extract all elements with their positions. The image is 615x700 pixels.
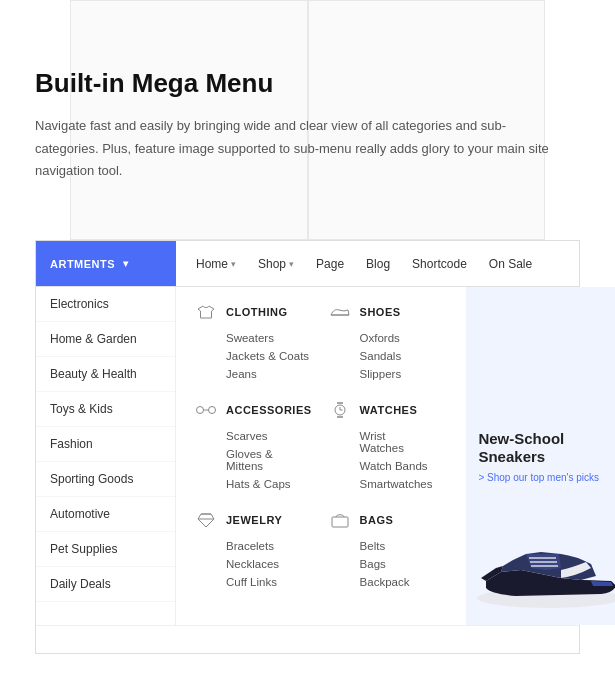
nav-item-onsale[interactable]: On Sale — [479, 241, 542, 286]
category-jewelry-header: JEWELRY — [194, 511, 312, 529]
sidebar-item-daily-deals[interactable]: Daily Deals — [36, 567, 175, 602]
nav-shop-arrow: ▾ — [289, 259, 294, 269]
mega-menu-section: ARTMENTS ▾ Home ▾ Shop ▾ Page Blog — [35, 240, 580, 654]
sidebar-item-automotive[interactable]: Automotive — [36, 497, 175, 532]
nav-bar: ARTMENTS ▾ Home ▾ Shop ▾ Page Blog — [36, 241, 579, 287]
category-shoes: SHOES Oxfords Sandals Slippers — [328, 303, 433, 383]
promo-text: New-School Sneakers > Shop our top men's… — [478, 430, 604, 483]
nav-item-home[interactable]: Home ▾ — [186, 241, 246, 286]
nav-home-label: Home — [196, 257, 228, 271]
item-bracelets[interactable]: Bracelets — [226, 537, 312, 555]
nav-item-blog[interactable]: Blog — [356, 241, 400, 286]
item-sandals[interactable]: Sandals — [360, 347, 433, 365]
nav-page-label: Page — [316, 257, 344, 271]
item-sweaters[interactable]: Sweaters — [226, 329, 312, 347]
sidebar-item-electronics[interactable]: Electronics — [36, 287, 175, 322]
departments-label: ARTMENTS — [50, 258, 115, 270]
item-belts[interactable]: Belts — [360, 537, 433, 555]
item-cufflinks[interactable]: Cuff Links — [226, 573, 312, 591]
jewelry-items: Bracelets Necklaces Cuff Links — [194, 537, 312, 591]
item-hats[interactable]: Hats & Caps — [226, 475, 312, 493]
menu-col-1: CLOTHING Sweaters Jackets & Coats Jeans — [194, 303, 328, 609]
accessories-items: Scarves Gloves & Mittens Hats & Caps — [194, 427, 312, 493]
sidebar-item-pet-supplies[interactable]: Pet Supplies — [36, 532, 175, 567]
nav-shop-label: Shop — [258, 257, 286, 271]
shoes-title: SHOES — [360, 306, 401, 318]
item-necklaces[interactable]: Necklaces — [226, 555, 312, 573]
item-jackets[interactable]: Jackets & Coats — [226, 347, 312, 365]
sidebar-item-toys-kids[interactable]: Toys & Kids — [36, 392, 175, 427]
bags-icon — [328, 511, 352, 529]
svg-point-1 — [209, 407, 216, 414]
category-clothing-header: CLOTHING — [194, 303, 312, 321]
nav-items: Home ▾ Shop ▾ Page Blog Shortcode On Sal — [176, 241, 552, 286]
mega-dropdown: Electronics Home & Garden Beauty & Healt… — [36, 287, 579, 625]
accessories-icon — [194, 401, 218, 419]
category-bags: BAGS Belts Bags Backpack — [328, 511, 433, 591]
menu-bottom-bar — [36, 625, 579, 653]
category-shoes-header: SHOES — [328, 303, 433, 321]
category-accessories-header: ACCESSORIES — [194, 401, 312, 419]
category-watches: WATCHES Wrist Watches Watch Bands Smartw… — [328, 401, 433, 493]
clothing-items: Sweaters Jackets & Coats Jeans — [194, 329, 312, 383]
promo-link[interactable]: > Shop our top men's picks — [478, 472, 604, 483]
svg-rect-10 — [332, 517, 348, 527]
sidebar-item-fashion[interactable]: Fashion — [36, 427, 175, 462]
nav-home-arrow: ▾ — [231, 259, 236, 269]
category-accessories: ACCESSORIES Scarves Gloves & Mittens Hat… — [194, 401, 312, 493]
item-backpack[interactable]: Backpack — [360, 573, 433, 591]
nav-departments[interactable]: ARTMENTS ▾ — [36, 241, 176, 286]
category-bags-header: BAGS — [328, 511, 433, 529]
shoes-items: Oxfords Sandals Slippers — [328, 329, 433, 383]
sidebar-item-home-garden[interactable]: Home & Garden — [36, 322, 175, 357]
category-watches-header: WATCHES — [328, 401, 433, 419]
sidebar-item-beauty-health[interactable]: Beauty & Health — [36, 357, 175, 392]
watches-icon — [328, 401, 352, 419]
item-oxfords[interactable]: Oxfords — [360, 329, 433, 347]
item-slippers[interactable]: Slippers — [360, 365, 433, 383]
jewelry-icon — [194, 511, 218, 529]
page-title: Built-in Mega Menu — [35, 68, 580, 99]
clothing-icon — [194, 303, 218, 321]
chevron-down-icon: ▾ — [123, 258, 129, 269]
bags-items: Belts Bags Backpack — [328, 537, 433, 591]
item-wrist-watches[interactable]: Wrist Watches — [360, 427, 433, 457]
shoes-icon — [328, 303, 352, 321]
bags-title: BAGS — [360, 514, 394, 526]
accessories-title: ACCESSORIES — [226, 404, 312, 416]
jewelry-title: JEWELRY — [226, 514, 282, 526]
page-description: Navigate fast and easily by bringing wid… — [35, 115, 555, 181]
top-section: Built-in Mega Menu Navigate fast and eas… — [0, 0, 615, 240]
svg-point-0 — [197, 407, 204, 414]
watches-items: Wrist Watches Watch Bands Smartwatches — [328, 427, 433, 493]
item-scarves[interactable]: Scarves — [226, 427, 312, 445]
category-clothing: CLOTHING Sweaters Jackets & Coats Jeans — [194, 303, 312, 383]
nav-shortcode-label: Shortcode — [412, 257, 467, 271]
item-jeans[interactable]: Jeans — [226, 365, 312, 383]
watches-title: WATCHES — [360, 404, 418, 416]
menu-col-2: SHOES Oxfords Sandals Slippers — [328, 303, 449, 609]
sidebar: Electronics Home & Garden Beauty & Healt… — [36, 287, 176, 625]
item-watch-bands[interactable]: Watch Bands — [360, 457, 433, 475]
category-jewelry: JEWELRY Bracelets Necklaces Cuff Links — [194, 511, 312, 591]
promo-title: New-School Sneakers — [478, 430, 604, 466]
sidebar-item-sporting-goods[interactable]: Sporting Goods — [36, 462, 175, 497]
nav-item-shortcode[interactable]: Shortcode — [402, 241, 477, 286]
item-smartwatches[interactable]: Smartwatches — [360, 475, 433, 493]
nav-item-shop[interactable]: Shop ▾ — [248, 241, 304, 286]
promo-column: New-School Sneakers > Shop our top men's… — [466, 287, 615, 625]
promo-shoe-image — [471, 526, 615, 615]
nav-onsale-label: On Sale — [489, 257, 532, 271]
item-bags[interactable]: Bags — [360, 555, 433, 573]
nav-item-page[interactable]: Page — [306, 241, 354, 286]
nav-blog-label: Blog — [366, 257, 390, 271]
page-wrapper: Built-in Mega Menu Navigate fast and eas… — [0, 0, 615, 654]
item-gloves[interactable]: Gloves & Mittens — [226, 445, 312, 475]
content-overlay: Built-in Mega Menu Navigate fast and eas… — [35, 38, 580, 201]
clothing-title: CLOTHING — [226, 306, 287, 318]
dropdown-content: CLOTHING Sweaters Jackets & Coats Jeans — [176, 287, 466, 625]
